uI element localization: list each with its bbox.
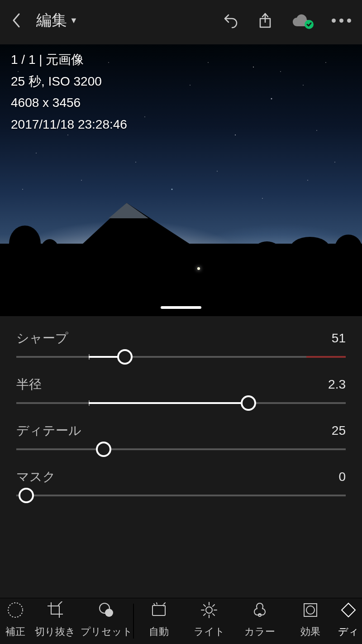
preset-icon — [98, 601, 115, 621]
tab-label: 自動 — [149, 625, 169, 639]
tab-label: 効果 — [300, 625, 320, 639]
tab-light[interactable]: ライト — [184, 598, 234, 644]
slider-label: シャープ — [16, 330, 68, 347]
app-header: 編集 ▼ — [0, 0, 362, 41]
slider-track[interactable] — [16, 402, 346, 404]
more-icon[interactable] — [332, 19, 351, 23]
tab-label: 切り抜き — [35, 625, 76, 639]
meta-counter: 1 / 1 | 元画像 — [11, 49, 127, 71]
color-icon — [251, 601, 268, 621]
tab-label: 補正 — [5, 625, 25, 639]
slider-track[interactable] — [16, 448, 346, 450]
svg-point-17 — [306, 606, 314, 614]
effect-icon — [302, 601, 319, 621]
slider-handle[interactable] — [19, 488, 34, 503]
slider-value: 51 — [332, 331, 346, 346]
tab-effect[interactable]: 効果 — [285, 598, 336, 644]
slider-handle[interactable] — [117, 349, 133, 365]
svg-point-6 — [206, 607, 212, 613]
lens-icon — [7, 601, 24, 621]
auto-icon — [150, 601, 167, 621]
tab-preset[interactable]: プリセット — [80, 598, 133, 644]
slider-handle[interactable] — [241, 395, 256, 411]
cloud-sync-button[interactable] — [292, 14, 312, 27]
undo-icon[interactable] — [222, 12, 238, 29]
detail-sliders-panel: シャープ51半径2.3ディテール25マスク0 — [0, 316, 362, 496]
caret-down-icon: ▼ — [70, 16, 78, 25]
meta-dimensions: 4608 x 3456 — [11, 92, 127, 114]
tab-label: プリセット — [81, 625, 133, 639]
slider-sharp: シャープ51 — [16, 330, 346, 358]
slider-detail: ディテール25 — [16, 422, 346, 450]
tab-color[interactable]: カラー — [234, 598, 285, 644]
slider-value: 25 — [332, 423, 346, 438]
svg-line-14 — [204, 614, 205, 615]
detail-icon — [340, 601, 357, 621]
tab-label: ライト — [194, 625, 225, 639]
slider-track[interactable] — [16, 495, 346, 496]
svg-point-2 — [8, 603, 23, 617]
tab-auto[interactable]: 自動 — [134, 598, 184, 644]
slider-label: ディテール — [16, 422, 81, 439]
slider-label: 半径 — [16, 376, 42, 393]
check-badge-icon — [305, 20, 314, 29]
photo-metadata: 1 / 1 | 元画像 25 秒, ISO 3200 4608 x 3456 2… — [11, 49, 127, 135]
slider-track[interactable] — [16, 356, 346, 358]
slider-mask: マスク0 — [16, 468, 346, 496]
filmstrip-handle[interactable] — [161, 306, 201, 309]
tab-label: カラー — [244, 625, 275, 639]
slider-label: マスク — [16, 468, 56, 485]
meta-timestamp: 2017/11/18 23:28:46 — [11, 114, 127, 135]
crop-icon — [47, 601, 64, 621]
tab-crop[interactable]: 切り抜き — [31, 598, 80, 644]
back-icon[interactable] — [11, 12, 22, 29]
screen-title-dropdown[interactable]: 編集 ▼ — [36, 10, 78, 31]
slider-handle[interactable] — [96, 442, 111, 457]
tab-label: ディ — [338, 625, 359, 639]
svg-line-12 — [213, 614, 214, 615]
slider-value: 2.3 — [328, 377, 346, 392]
svg-line-11 — [204, 605, 205, 606]
tab-detail[interactable]: ディ — [336, 598, 361, 644]
svg-point-4 — [105, 609, 113, 617]
tab-lens[interactable]: 補正 — [0, 598, 31, 644]
share-icon[interactable] — [258, 12, 272, 29]
screen-title: 編集 — [36, 10, 67, 31]
meta-exposure: 25 秒, ISO 3200 — [11, 71, 127, 92]
light-icon — [200, 601, 218, 621]
svg-line-13 — [213, 605, 214, 606]
slider-value: 0 — [338, 470, 346, 484]
svg-point-15 — [258, 614, 261, 616]
tool-tabs: 補正切り抜きプリセット自動ライトカラー効果ディ — [0, 598, 362, 644]
svg-rect-5 — [152, 606, 165, 615]
slider-radius: 半径2.3 — [16, 376, 346, 404]
